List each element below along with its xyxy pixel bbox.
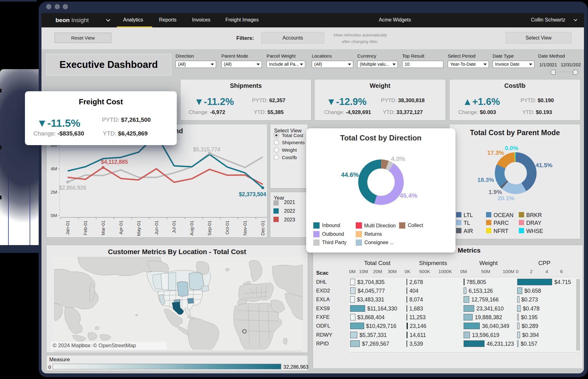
svg-text:Oct-01: Oct-01 [224,220,230,235]
svg-text:$4,112,885: $4,112,885 [101,159,128,165]
svg-text:Jun-01: Jun-01 [154,220,159,235]
svg-text:Jul-01: Jul-01 [171,220,176,233]
svg-text:Dec-01: Dec-01 [260,220,265,235]
svg-text:4M: 4M [51,166,57,171]
svg-text:2M: 2M [51,189,57,195]
svg-text:Aug-01: Aug-01 [189,220,194,235]
svg-text:$5,315,774: $5,315,774 [193,146,220,153]
svg-text:Feb-01: Feb-01 [83,220,88,235]
svg-text:Jan-01: Jan-01 [65,220,70,235]
svg-text:Mar-01: Mar-01 [100,220,106,235]
svg-text:Sep-01: Sep-01 [207,220,212,235]
svg-text:$2,866,926: $2,866,926 [59,185,86,191]
svg-text:0M: 0M [51,213,57,218]
svg-text:Apr-01: Apr-01 [118,220,123,235]
svg-text:May-01: May-01 [136,220,141,236]
svg-text:Nov-01: Nov-01 [242,220,248,235]
svg-text:$2,373,504: $2,373,504 [239,191,266,197]
